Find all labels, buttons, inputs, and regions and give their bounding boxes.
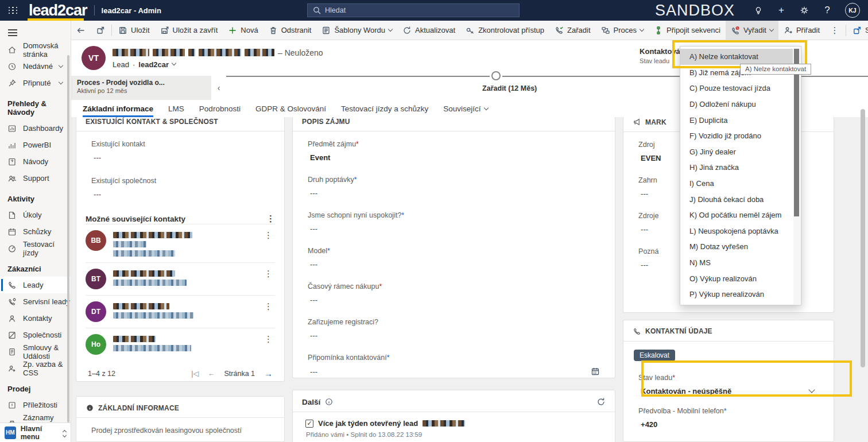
help-icon[interactable]: ? <box>822 5 832 15</box>
delete-button[interactable]: Odstranit <box>264 21 317 40</box>
next-page-icon[interactable]: → <box>264 369 273 378</box>
tab-lms[interactable]: LMS <box>168 104 184 117</box>
lightbulb-icon[interactable] <box>753 5 764 15</box>
field-pripominka-kontaktovani[interactable]: Připomínka kontaktování* --- <box>302 354 606 376</box>
sidebar-item-prilezitosti[interactable]: Příležitosti <box>0 397 71 413</box>
calendar-icon[interactable] <box>591 367 600 376</box>
sidebar-item-zaznamy-prodeju[interactable]: Záznamy prodejů <box>0 413 71 422</box>
more-options-icon[interactable]: ⋮ <box>266 214 275 224</box>
menu-item-j[interactable]: J) Dlouhá čekací doba <box>680 191 793 207</box>
menu-item-m[interactable]: M) Dotaz vyřešen <box>680 239 793 255</box>
process-button[interactable]: Proces <box>596 21 649 40</box>
app-logo[interactable]: lead2car <box>26 2 90 19</box>
menu-item-p[interactable]: P) Výkup nerealizován <box>680 286 793 303</box>
waffle-menu-icon[interactable] <box>0 0 26 21</box>
menu-item-l[interactable]: L) Neuspokojená poptávka <box>680 223 793 239</box>
process-stage-box[interactable]: Proces - Prodej vozidla o... Aktivní po … <box>71 76 211 100</box>
share-button[interactable]: Sdílet <box>847 21 868 40</box>
plus-icon[interactable]: + <box>776 5 786 15</box>
contact-list-item[interactable]: DT ⋮ <box>86 295 275 328</box>
field-existujici-kontakt[interactable]: Existující kontakt --- <box>86 140 275 162</box>
menu-item-i[interactable]: I) Cena <box>680 176 793 192</box>
sidebar-footer[interactable]: HM Hlavní menu <box>0 422 71 442</box>
more-options-icon[interactable]: ⋮ <box>264 230 275 257</box>
sidebar-item-navody[interactable]: Návody <box>0 153 71 170</box>
global-search[interactable] <box>307 3 520 17</box>
more-options-icon[interactable]: ⋮ <box>264 301 275 322</box>
contact-list-item[interactable]: BT ⋮ <box>86 262 275 295</box>
menu-item-e[interactable]: E) Duplicita <box>680 112 793 128</box>
tab-souvisejici[interactable]: Související <box>443 104 487 117</box>
search-input[interactable] <box>325 6 507 14</box>
tab-testovaci-jizdy[interactable]: Testovací jízdy a schůzky <box>341 104 428 117</box>
contact-list-item[interactable]: Ho ⋮ <box>86 328 275 360</box>
refresh-button[interactable]: Aktualizovat <box>397 21 460 40</box>
field-casovy-ramec[interactable]: Časový rámec nákupu* --- <box>302 282 606 304</box>
menu-item-d[interactable]: D) Odložení nákupu <box>680 96 793 113</box>
sidebar-item-powerbi[interactable]: PowerBI <box>0 137 71 153</box>
menu-item-c[interactable]: C) Pouze testovací jízda <box>680 80 793 96</box>
tab-podrobnosti[interactable]: Podrobnosti <box>199 104 241 117</box>
sidebar-scrollbar[interactable] <box>67 55 69 422</box>
disqualify-button[interactable]: Vyřadit <box>726 21 778 40</box>
field-stav-leadu[interactable]: Stav leadu* Kontaktován - neúspěšně <box>633 374 824 396</box>
field-prodej-zprostredkovan[interactable]: Prodej zprostředkován leasingovou společ… <box>86 427 275 435</box>
sidebar-item-pinned[interactable]: Připnuté <box>0 75 71 91</box>
contact-list-item[interactable]: BB ⋮ <box>86 224 275 262</box>
check-access-button[interactable]: Zkontrolovat přístup <box>460 21 549 40</box>
sidebar-item-schuzky[interactable]: Schůzky <box>0 223 71 240</box>
menu-item-g[interactable]: G) Jiný dealer <box>680 144 793 160</box>
sidebar-item-smlouvy[interactable]: Smlouvy & Události <box>0 343 71 360</box>
info-icon[interactable] <box>325 398 333 406</box>
menu-item-n[interactable]: N) MS <box>680 255 793 271</box>
prev-page-icon[interactable]: ← <box>208 370 215 378</box>
field-existujici-spolecnost[interactable]: Existující společnost --- <box>86 177 275 199</box>
menu-item-h[interactable]: H) Jiná značka <box>680 160 793 176</box>
sidebar-item-support[interactable]: Support <box>0 170 71 187</box>
stage-progress-knob[interactable] <box>491 71 501 80</box>
sidebar-item-leady[interactable]: Leady <box>0 277 71 293</box>
first-page-icon[interactable]: |◁ <box>191 369 199 378</box>
qualify-button[interactable]: Zařadit <box>549 21 595 40</box>
more-options-icon[interactable]: ⋮ <box>264 334 275 355</box>
field-predvolba[interactable]: Předvolba - Mobilní telefon* +420 <box>633 407 824 429</box>
sidebar-item-home[interactable]: Domovská stránka <box>0 41 71 58</box>
field-predmet-zajmu[interactable]: Předmět zájmu* Event <box>302 140 606 162</box>
sidebar-item-zp-vazba[interactable]: Zp. vazba & CSS <box>0 360 71 377</box>
sidebar-item-kontakty[interactable]: Kontakty <box>0 310 71 327</box>
sidebar-collapse-icon[interactable] <box>5 24 28 41</box>
menu-item-o[interactable]: O) Výkup realizován <box>680 270 793 286</box>
new-button[interactable]: Nová <box>223 21 263 40</box>
form-selector[interactable]: lead2car <box>138 60 169 69</box>
stage-scroll-left[interactable]: ‹ <box>211 76 226 100</box>
more-options-icon[interactable]: ⋮ <box>264 269 275 289</box>
save-and-close-button[interactable]: Uložit a zavřít <box>155 21 223 40</box>
todo-item[interactable]: ✓ Více jak týden otevřený lead Přidáno v… <box>302 419 606 438</box>
sidebar-item-ukoly[interactable]: Úkoly <box>0 207 71 223</box>
sidebar-item-servisni-leady[interactable]: Servisní leady <box>0 293 71 310</box>
field-zarizujeme-registraci[interactable]: Zařizujeme registraci? --- <box>302 318 606 340</box>
form-scrollbar[interactable] <box>861 109 865 367</box>
sidebar-item-testovaci-jizdy[interactable]: Testovací jízdy <box>0 240 71 257</box>
assign-button[interactable]: Přiřadit <box>778 21 825 40</box>
connect-sequence-button[interactable]: Připojit sekvenci <box>649 21 726 40</box>
menu-item-a[interactable]: A) Nelze kontaktovat <box>680 49 793 65</box>
user-avatar[interactable]: KJ <box>845 3 860 18</box>
field-model[interactable]: Model* --- <box>302 247 606 269</box>
switcher-icon[interactable] <box>63 428 66 437</box>
chevron-down-icon[interactable] <box>808 387 815 393</box>
dropdown-scrollbar-track[interactable] <box>793 47 800 304</box>
save-button[interactable]: Uložit <box>113 21 155 40</box>
sidebar-item-dashboardy[interactable]: Dashboardy <box>0 120 71 137</box>
refresh-icon[interactable] <box>596 397 606 406</box>
tab-zakladni-informace[interactable]: Základní informace <box>83 104 153 117</box>
checkbox-checked[interactable]: ✓ <box>305 420 313 428</box>
word-templates-button[interactable]: Šablony Wordu <box>316 21 397 40</box>
gear-icon[interactable] <box>799 5 809 15</box>
tab-gdpr[interactable]: GDPR & Oslovování <box>255 104 326 117</box>
back-button[interactable] <box>71 21 91 40</box>
field-jsme-schopni[interactable]: Jsme schopni nyní uspokojit?* --- <box>302 211 606 233</box>
popout-button[interactable] <box>91 21 110 40</box>
field-druh-poptavky[interactable]: Druh poptávky* --- <box>302 176 606 197</box>
menu-item-k[interactable]: K) Od počátku neměl zájem <box>680 207 793 223</box>
